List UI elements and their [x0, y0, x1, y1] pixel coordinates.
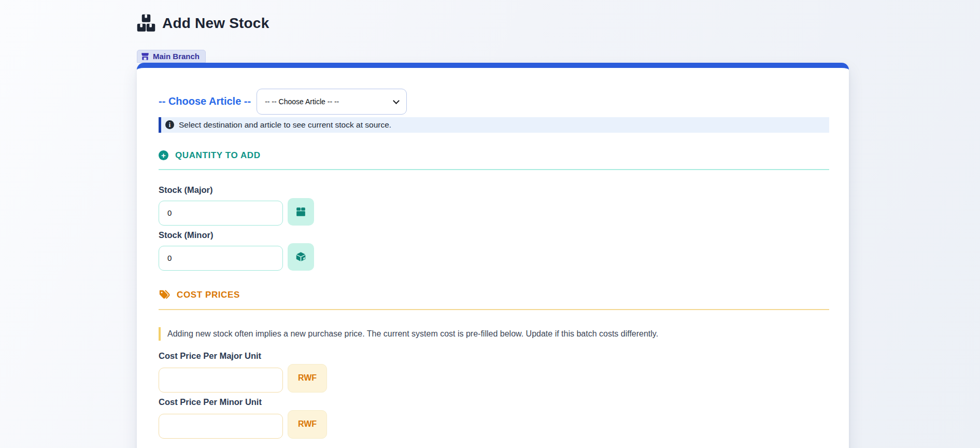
choose-article-label: -- Choose Article --: [159, 95, 251, 107]
stock-major-row: [159, 198, 829, 226]
stock-minor-label: Stock (Minor): [159, 230, 829, 240]
cost-major-row: RWF: [159, 364, 829, 393]
plus-circle-icon: +: [159, 150, 168, 160]
stock-major-input[interactable]: [159, 201, 283, 226]
page-title: Add New Stock: [162, 15, 269, 32]
cost-major-label: Cost Price Per Major Unit: [159, 351, 829, 361]
stock-major-addon: [288, 198, 314, 226]
add-stock-card: -- Choose Article -- -- -- Choose Articl…: [137, 63, 849, 448]
quantity-section-header: + QUANTITY TO ADD: [159, 150, 829, 170]
page-header: Add New Stock: [137, 0, 980, 33]
article-select[interactable]: -- -- Choose Article -- --: [257, 89, 407, 115]
cost-minor-input[interactable]: [159, 414, 283, 439]
stock-minor-input[interactable]: [159, 246, 283, 271]
stock-major-label: Stock (Major): [159, 185, 829, 195]
quantity-section-title: QUANTITY TO ADD: [175, 150, 261, 161]
page: Add New Stock Main Branch -- Choose Arti…: [0, 0, 980, 448]
branch-tab[interactable]: Main Branch: [137, 50, 206, 63]
store-icon: [141, 52, 149, 61]
article-row: -- Choose Article -- -- -- Choose Articl…: [159, 89, 829, 115]
box-icon: [295, 206, 306, 217]
article-select-wrap: -- -- Choose Article -- --: [257, 89, 407, 115]
cost-minor-label: Cost Price Per Minor Unit: [159, 397, 829, 407]
cost-section-title: COST PRICES: [177, 290, 240, 300]
stock-minor-addon: [288, 243, 314, 271]
cost-major-input[interactable]: [159, 368, 283, 393]
cube-icon: [295, 251, 306, 262]
info-alert-text: Select destination and article to see cu…: [179, 120, 391, 130]
cost-minor-row: RWF: [159, 410, 829, 439]
branch-tab-label: Main Branch: [153, 52, 200, 61]
stock-minor-row: [159, 243, 829, 271]
cost-minor-currency-badge: RWF: [288, 410, 327, 439]
tags-icon: [159, 289, 170, 301]
info-icon: i: [165, 120, 174, 129]
cost-section-header: COST PRICES: [159, 289, 829, 310]
cost-note: Adding new stock often implies a new pur…: [159, 327, 829, 341]
boxes-stacked-icon: [137, 14, 155, 33]
cost-major-currency-badge: RWF: [288, 364, 327, 393]
info-alert: i Select destination and article to see …: [159, 117, 829, 133]
